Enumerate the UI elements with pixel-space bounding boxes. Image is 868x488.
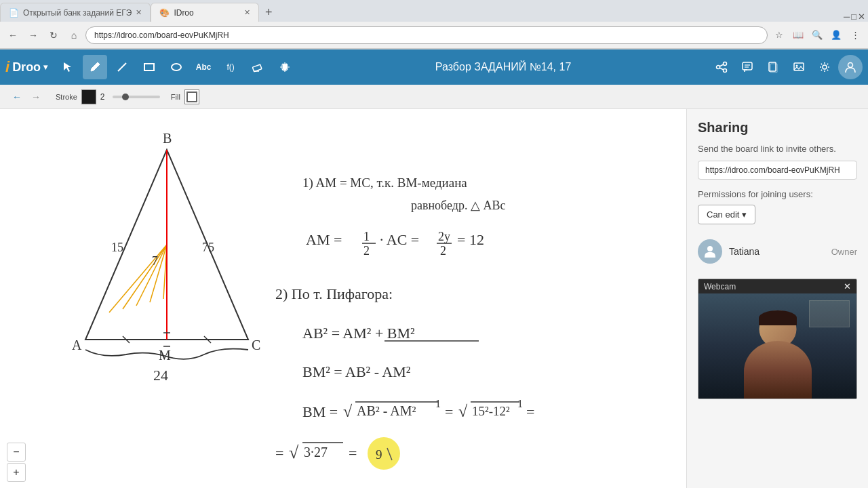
share-link-input[interactable] — [698, 161, 857, 180]
stroke-width-thumb — [122, 94, 129, 100]
svg-point-2 — [172, 64, 181, 70]
zoom-minus-button[interactable]: − — [7, 443, 26, 462]
svg-point-18 — [848, 63, 853, 68]
logo[interactable]: iDroo ▾ — [5, 58, 47, 76]
share-button[interactable] — [709, 55, 734, 79]
more-button[interactable]: ⋮ — [846, 26, 864, 44]
svg-text:2: 2 — [363, 244, 370, 258]
svg-line-9 — [719, 68, 724, 70]
svg-text:24: 24 — [153, 367, 168, 384]
stroke-label: Stroke — [56, 93, 77, 101]
svg-text:=: = — [349, 445, 357, 462]
svg-text:√: √ — [458, 403, 468, 420]
close-button[interactable]: ✕ — [858, 12, 865, 22]
svg-text:BM =: BM = — [302, 403, 338, 420]
profile-button[interactable]: 👤 — [827, 26, 845, 44]
svg-text:√: √ — [343, 403, 353, 420]
svg-line-21 — [123, 245, 167, 309]
svg-rect-10 — [743, 62, 752, 70]
tab-2-favicon: 🎨 — [159, 8, 170, 18]
svg-text:9: 9 — [376, 447, 382, 462]
user-account-button[interactable] — [838, 55, 863, 79]
room-element — [809, 300, 850, 327]
svg-point-69 — [368, 437, 400, 470]
formula-tool[interactable]: f() — [218, 55, 243, 79]
svg-point-5 — [724, 62, 727, 66]
rect-tool[interactable] — [137, 55, 161, 79]
reader-button[interactable]: 📖 — [789, 26, 807, 44]
fill-label: Fill — [171, 93, 180, 101]
webcam-label: Webcam — [704, 282, 844, 291]
svg-text:75: 75 — [202, 241, 214, 254]
svg-text:= 12: = 12 — [457, 231, 484, 248]
undo-button[interactable]: ← — [8, 88, 26, 106]
tab-1-close[interactable]: ✕ — [136, 8, 142, 17]
home-button[interactable]: ⌂ — [65, 26, 83, 44]
select-tool[interactable] — [56, 55, 80, 79]
chat-button[interactable] — [735, 55, 760, 79]
person-hair — [759, 310, 797, 325]
svg-text:2: 2 — [440, 244, 446, 258]
svg-text:2) По  т. Пифагора:: 2) По т. Пифагора: — [275, 285, 393, 302]
maximize-button[interactable]: □ — [851, 12, 856, 22]
svg-rect-3 — [252, 64, 262, 72]
svg-text:15²-12²: 15²-12² — [472, 404, 510, 418]
svg-text:1: 1 — [435, 398, 441, 409]
logo-text: Droo — [12, 60, 41, 75]
line-tool[interactable] — [110, 55, 134, 79]
image-button[interactable] — [787, 55, 811, 79]
webcam-header: Webcam ✕ — [698, 279, 856, 293]
whiteboard[interactable]: B A C M 15 7 75 24 1) AM = MC, т.к. BM-м… — [0, 109, 686, 488]
svg-point-6 — [724, 69, 727, 73]
pen-tool[interactable] — [83, 55, 107, 79]
svg-text:AB² - AM²: AB² - AM² — [357, 403, 416, 418]
stroke-color-picker[interactable] — [81, 89, 96, 104]
svg-text:равнобедр. △ ABc: равнобедр. △ ABc — [411, 199, 505, 212]
text-tool[interactable]: Abc — [191, 55, 216, 79]
svg-text:7: 7 — [152, 254, 158, 268]
user-row: Tatiana Owner — [698, 235, 857, 268]
pan-tool[interactable] — [273, 55, 297, 79]
svg-text:1: 1 — [517, 398, 523, 409]
star-button[interactable]: ☆ — [770, 26, 788, 44]
back-button[interactable]: ← — [4, 26, 22, 44]
tab-1[interactable]: 📄 Открытый банк заданий ЕГЭ ✕ — [0, 3, 151, 22]
forward-button[interactable]: → — [24, 26, 42, 44]
minimize-button[interactable]: ─ — [844, 12, 850, 22]
tab-1-label: Открытый банк заданий ЕГЭ — [23, 8, 132, 18]
webcam-close-button[interactable]: ✕ — [844, 281, 851, 291]
main-area: B A C M 15 7 75 24 1) AM = MC, т.к. BM-м… — [0, 109, 868, 488]
ellipse-tool[interactable] — [164, 55, 189, 79]
svg-text:C: C — [252, 338, 260, 352]
sharing-title: Sharing — [698, 120, 857, 136]
permissions-label: Permissions for joining users: — [698, 189, 857, 199]
pages-button[interactable] — [761, 55, 785, 79]
svg-point-17 — [823, 65, 827, 69]
whiteboard-content: B A C M 15 7 75 24 1) AM = MC, т.к. BM-м… — [0, 109, 686, 488]
new-tab-button[interactable]: + — [259, 3, 278, 22]
sidebar: Sharing Send the board link to invite ot… — [686, 109, 868, 488]
fill-color-picker[interactable] — [184, 89, 199, 104]
zoom-button[interactable]: 🔍 — [808, 26, 826, 44]
avatar — [698, 239, 722, 264]
stroke-width-slider[interactable] — [113, 96, 160, 98]
svg-line-0 — [118, 63, 126, 71]
svg-text:1: 1 — [363, 230, 370, 243]
logo-dropdown[interactable]: ▾ — [43, 62, 47, 72]
tab-2[interactable]: 🎨 IDroo ✕ — [151, 3, 259, 22]
redo-button[interactable]: → — [27, 88, 45, 106]
logo-i: i — [5, 58, 9, 76]
owner-label: Owner — [831, 247, 857, 257]
svg-point-16 — [796, 65, 798, 67]
eraser-tool[interactable] — [245, 55, 270, 79]
zoom-plus-button[interactable]: + — [7, 463, 26, 482]
svg-text:=: = — [445, 403, 453, 420]
refresh-button[interactable]: ↻ — [45, 26, 62, 44]
settings-button[interactable] — [812, 55, 837, 79]
address-bar[interactable] — [85, 26, 768, 44]
can-edit-button[interactable]: Can edit ▾ — [698, 205, 755, 224]
svg-text:3·27: 3·27 — [304, 445, 328, 460]
tab-2-close[interactable]: ✕ — [244, 8, 250, 17]
svg-text:√: √ — [289, 443, 299, 462]
svg-text:=: = — [526, 403, 534, 420]
